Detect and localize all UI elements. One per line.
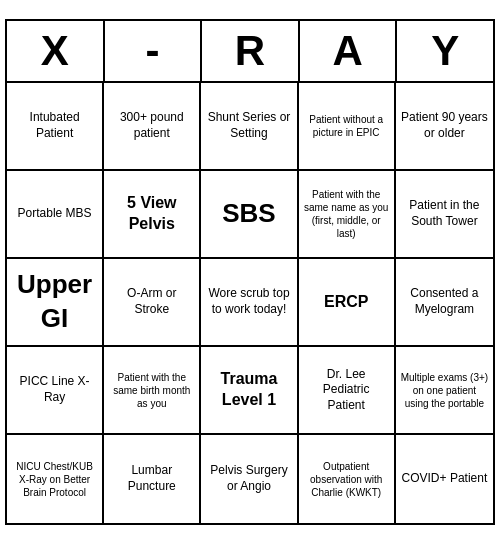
cell-text-2: Shunt Series or Setting xyxy=(205,110,292,141)
cell-text-24: COVID+ Patient xyxy=(400,471,489,487)
cell-text-13: ERCP xyxy=(303,292,390,313)
bingo-cell-7: SBS xyxy=(201,171,298,259)
cell-text-6: 5 View Pelvis xyxy=(108,193,195,235)
title-letter-2: R xyxy=(202,21,300,81)
cell-text-0: Intubated Patient xyxy=(11,110,98,141)
bingo-title: X-RAY xyxy=(7,21,493,83)
cell-text-15: PICC Line X-Ray xyxy=(11,374,98,405)
bingo-cell-3: Patient without a picture in EPIC xyxy=(299,83,396,171)
bingo-cell-0: Intubated Patient xyxy=(7,83,104,171)
bingo-cell-10: Upper GI xyxy=(7,259,104,347)
bingo-cell-11: O-Arm or Stroke xyxy=(104,259,201,347)
bingo-cell-14: Consented a Myelogram xyxy=(396,259,493,347)
bingo-cell-22: Pelvis Surgery or Angio xyxy=(201,435,298,523)
bingo-cell-2: Shunt Series or Setting xyxy=(201,83,298,171)
bingo-cell-19: Multiple exams (3+) on one patient using… xyxy=(396,347,493,435)
bingo-grid: Intubated Patient300+ pound patientShunt… xyxy=(7,83,493,523)
bingo-cell-20: NICU Chest/KUB X-Ray on Better Brain Pro… xyxy=(7,435,104,523)
cell-text-14: Consented a Myelogram xyxy=(400,286,489,317)
bingo-cell-15: PICC Line X-Ray xyxy=(7,347,104,435)
bingo-cell-23: Outpatient observation with Charlie (KWK… xyxy=(299,435,396,523)
bingo-cell-12: Wore scrub top to work today! xyxy=(201,259,298,347)
bingo-cell-21: Lumbar Puncture xyxy=(104,435,201,523)
cell-text-8: Patient with the same name as you (first… xyxy=(303,188,390,240)
cell-text-9: Patient in the South Tower xyxy=(400,198,489,229)
bingo-cell-18: Dr. Lee Pediatric Patient xyxy=(299,347,396,435)
bingo-cell-8: Patient with the same name as you (first… xyxy=(299,171,396,259)
cell-text-5: Portable MBS xyxy=(11,206,98,222)
cell-text-17: Trauma Level 1 xyxy=(205,369,292,411)
bingo-card: X-RAY Intubated Patient300+ pound patien… xyxy=(5,19,495,525)
bingo-cell-4: Patient 90 years or older xyxy=(396,83,493,171)
bingo-cell-5: Portable MBS xyxy=(7,171,104,259)
cell-text-20: NICU Chest/KUB X-Ray on Better Brain Pro… xyxy=(11,460,98,499)
bingo-cell-13: ERCP xyxy=(299,259,396,347)
bingo-cell-6: 5 View Pelvis xyxy=(104,171,201,259)
cell-text-4: Patient 90 years or older xyxy=(400,110,489,141)
title-letter-1: - xyxy=(105,21,203,81)
cell-text-22: Pelvis Surgery or Angio xyxy=(205,463,292,494)
bingo-cell-1: 300+ pound patient xyxy=(104,83,201,171)
cell-text-1: 300+ pound patient xyxy=(108,110,195,141)
title-letter-3: A xyxy=(300,21,398,81)
cell-text-11: O-Arm or Stroke xyxy=(108,286,195,317)
title-letter-4: Y xyxy=(397,21,493,81)
cell-text-23: Outpatient observation with Charlie (KWK… xyxy=(303,460,390,499)
cell-text-12: Wore scrub top to work today! xyxy=(205,286,292,317)
title-letter-0: X xyxy=(7,21,105,81)
cell-text-10: Upper GI xyxy=(11,268,98,336)
bingo-cell-9: Patient in the South Tower xyxy=(396,171,493,259)
bingo-cell-16: Patient with the same birth month as you xyxy=(104,347,201,435)
cell-text-19: Multiple exams (3+) on one patient using… xyxy=(400,371,489,410)
cell-text-18: Dr. Lee Pediatric Patient xyxy=(303,367,390,414)
cell-text-3: Patient without a picture in EPIC xyxy=(303,113,390,139)
cell-text-7: SBS xyxy=(205,197,292,231)
bingo-cell-24: COVID+ Patient xyxy=(396,435,493,523)
cell-text-16: Patient with the same birth month as you xyxy=(108,371,195,410)
bingo-cell-17: Trauma Level 1 xyxy=(201,347,298,435)
cell-text-21: Lumbar Puncture xyxy=(108,463,195,494)
